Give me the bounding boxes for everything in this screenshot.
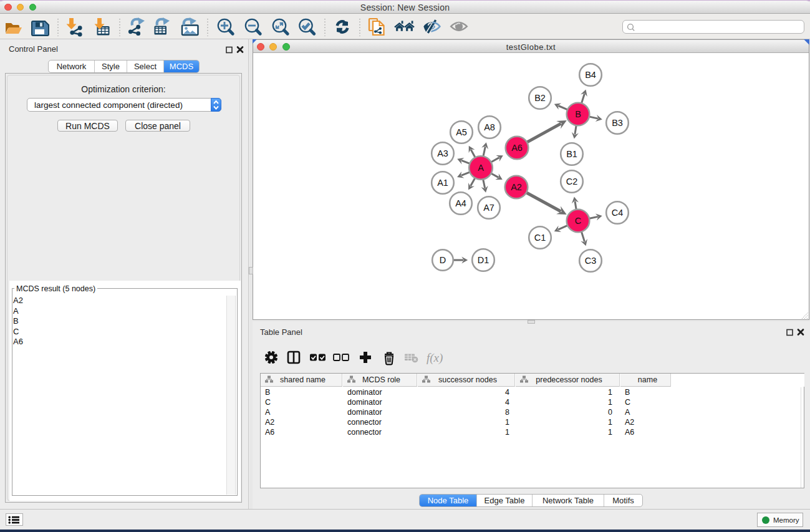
svg-text:B1: B1	[566, 149, 577, 159]
svg-text:C1: C1	[534, 233, 546, 243]
svg-text:A4: A4	[455, 198, 466, 208]
svg-text:B: B	[575, 109, 581, 119]
svg-text:D1: D1	[478, 255, 489, 265]
svg-text:B4: B4	[585, 70, 596, 80]
svg-text:B3: B3	[612, 118, 623, 128]
svg-text:C4: C4	[612, 208, 624, 218]
svg-text:A8: A8	[484, 122, 495, 132]
svg-text:A5: A5	[456, 127, 467, 137]
svg-text:A1: A1	[437, 178, 448, 188]
svg-text:D: D	[440, 255, 446, 265]
svg-text:A6: A6	[511, 143, 523, 153]
svg-text:C: C	[575, 216, 581, 226]
svg-text:A3: A3	[437, 148, 448, 158]
svg-text:B2: B2	[534, 93, 546, 103]
svg-text:C2: C2	[566, 177, 578, 186]
svg-text:A7: A7	[483, 203, 494, 213]
svg-text:A2: A2	[511, 182, 522, 192]
svg-text:C3: C3	[585, 256, 597, 266]
svg-text:A: A	[478, 163, 484, 173]
svg-text:f(x): f(x)	[427, 351, 443, 365]
